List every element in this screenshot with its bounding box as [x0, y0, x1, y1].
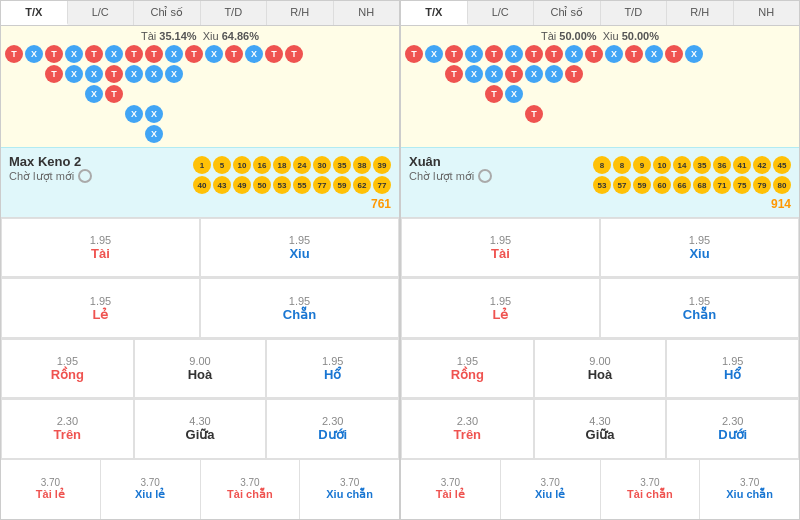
left-game-count: 761	[193, 197, 391, 211]
tab-tx-left[interactable]: T/X	[1, 1, 68, 25]
num-ball: 42	[753, 156, 771, 174]
num-ball: 43	[213, 176, 231, 194]
xiuchan-label-left: Xiu chẵn	[326, 488, 373, 501]
bet-hoa-left[interactable]: 9.00 Hoà	[134, 339, 267, 398]
tai-label-left: Tài	[91, 246, 110, 261]
right-num-row-1: 8 8 9 10 14 35 36 41 42 45	[593, 156, 791, 174]
ball: T	[485, 45, 503, 63]
ball: T	[445, 65, 463, 83]
bet-le-right[interactable]: 1.95 Lẻ	[401, 278, 600, 337]
tab-lc-right[interactable]: L/C	[468, 1, 535, 25]
bet-giua-right[interactable]: 4.30 Giữa	[534, 399, 667, 458]
num-ball: 38	[353, 156, 371, 174]
tab-td-right[interactable]: T/D	[601, 1, 668, 25]
bet-taichan-left[interactable]: 3.70 Tài chẵn	[201, 460, 301, 519]
ball: T	[45, 65, 63, 83]
ball: X	[85, 65, 103, 83]
bet-duoi-right[interactable]: 2.30 Dưới	[666, 399, 799, 458]
bet-xiule-right[interactable]: 3.70 Xiu lẻ	[501, 460, 601, 519]
bet-xiuchan-left[interactable]: 3.70 Xiu chẵn	[300, 460, 399, 519]
num-ball: 50	[253, 176, 271, 194]
rong-odds-left: 1.95	[57, 355, 78, 367]
ball: T	[225, 45, 243, 63]
right-stats: Tài 50.00% Xiu 50.00%	[405, 30, 795, 42]
bet-hoa-right[interactable]: 9.00 Hoà	[534, 339, 667, 398]
ball: T	[545, 45, 563, 63]
bet-xiu-right[interactable]: 1.95 Xiu	[600, 218, 799, 277]
tab-tx-right[interactable]: T/X	[401, 1, 468, 25]
right-ball-row-1: T X T X T X T T X T X T X T X	[405, 45, 795, 63]
taile-odds-left: 3.70	[41, 477, 60, 488]
tai-label-right: Tài	[491, 246, 510, 261]
tab-td-left[interactable]: T/D	[201, 1, 268, 25]
bet-giua-left[interactable]: 4.30 Giữa	[134, 399, 267, 458]
bet-rong-right[interactable]: 1.95 Rồng	[401, 339, 534, 398]
left-balls: T X T X T X T T X T X T X T T T	[5, 45, 395, 145]
bet-tren-right[interactable]: 2.30 Trên	[401, 399, 534, 458]
tai-odds-left: 1.95	[90, 234, 111, 246]
tab-chiso-right[interactable]: Chỉ số	[534, 1, 601, 25]
ball: X	[65, 45, 83, 63]
bet-le-left[interactable]: 1.95 Lẻ	[1, 278, 200, 337]
left-panel: T/X L/C Chỉ số T/D R/H NH Tài 35.14% Xiu…	[0, 0, 400, 520]
tab-nh-left[interactable]: NH	[334, 1, 400, 25]
taichan-label-left: Tài chẵn	[227, 488, 273, 501]
xiuchan-label-right: Xiu chẵn	[726, 488, 773, 501]
ball: T	[625, 45, 643, 63]
num-ball: 55	[293, 176, 311, 194]
xiuchan-odds-right: 3.70	[740, 477, 759, 488]
bet-chan-right[interactable]: 1.95 Chẵn	[600, 278, 799, 337]
ball: T	[585, 45, 603, 63]
rong-label-right: Rồng	[451, 367, 484, 382]
num-ball: 10	[653, 156, 671, 174]
bet-xiuchan-right[interactable]: 3.70 Xiu chẵn	[700, 460, 799, 519]
ho-odds-left: 1.95	[322, 355, 343, 367]
ball: X	[645, 45, 663, 63]
xiuchan-odds-left: 3.70	[340, 477, 359, 488]
giua-odds-right: 4.30	[589, 415, 610, 427]
left-tabs: T/X L/C Chỉ số T/D R/H NH	[1, 1, 399, 26]
taichan-label-right: Tài chẵn	[627, 488, 673, 501]
bet-tren-left[interactable]: 2.30 Trên	[1, 399, 134, 458]
tab-lc-left[interactable]: L/C	[68, 1, 135, 25]
tab-rh-left[interactable]: R/H	[267, 1, 334, 25]
left-game-wait: Chờ lượt mới	[9, 169, 92, 183]
hoa-odds-left: 9.00	[189, 355, 210, 367]
num-ball: 62	[353, 176, 371, 194]
bet-duoi-left[interactable]: 2.30 Dưới	[266, 399, 399, 458]
bet-taile-left[interactable]: 3.70 Tài lẻ	[1, 460, 101, 519]
bet-tai-right[interactable]: 1.95 Tài	[401, 218, 600, 277]
num-ball: 71	[713, 176, 731, 194]
bet-taile-right[interactable]: 3.70 Tài lẻ	[401, 460, 501, 519]
bet-rong-left[interactable]: 1.95 Rồng	[1, 339, 134, 398]
left-bet-row2: 1.95 Lẻ 1.95 Chẵn	[1, 278, 399, 338]
num-ball: 35	[333, 156, 351, 174]
bet-xiu-left[interactable]: 1.95 Xiu	[200, 218, 399, 277]
ball: T	[445, 45, 463, 63]
tab-nh-right[interactable]: NH	[734, 1, 800, 25]
num-ball: 10	[233, 156, 251, 174]
tab-rh-right[interactable]: R/H	[667, 1, 734, 25]
bet-taichan-right[interactable]: 3.70 Tài chẵn	[601, 460, 701, 519]
num-ball: 66	[673, 176, 691, 194]
bet-ho-left[interactable]: 1.95 Hổ	[266, 339, 399, 398]
bet-ho-right[interactable]: 1.95 Hổ	[666, 339, 799, 398]
ball: X	[425, 45, 443, 63]
ball: X	[145, 65, 163, 83]
xiu-label-left: Xiu	[289, 246, 309, 261]
ball: X	[65, 65, 83, 83]
tab-chiso-left[interactable]: Chỉ số	[134, 1, 201, 25]
bet-xiule-left[interactable]: 3.70 Xiu lẻ	[101, 460, 201, 519]
bet-chan-left[interactable]: 1.95 Chẵn	[200, 278, 399, 337]
num-ball: 8	[593, 156, 611, 174]
giua-label-right: Giữa	[586, 427, 615, 442]
bet-tai-left[interactable]: 1.95 Tài	[1, 218, 200, 277]
ball: X	[145, 125, 163, 143]
xiu-odds-left: 1.95	[289, 234, 310, 246]
tai-odds-right: 1.95	[490, 234, 511, 246]
ball: X	[25, 45, 43, 63]
left-game-info: Max Keno 2 Chờ lượt mới 1 5 10 16 18 24	[1, 147, 399, 217]
num-ball: 60	[653, 176, 671, 194]
left-bet-row5: 3.70 Tài lẻ 3.70 Xiu lẻ 3.70 Tài chẵn 3.…	[1, 460, 399, 519]
xiule-odds-right: 3.70	[540, 477, 559, 488]
